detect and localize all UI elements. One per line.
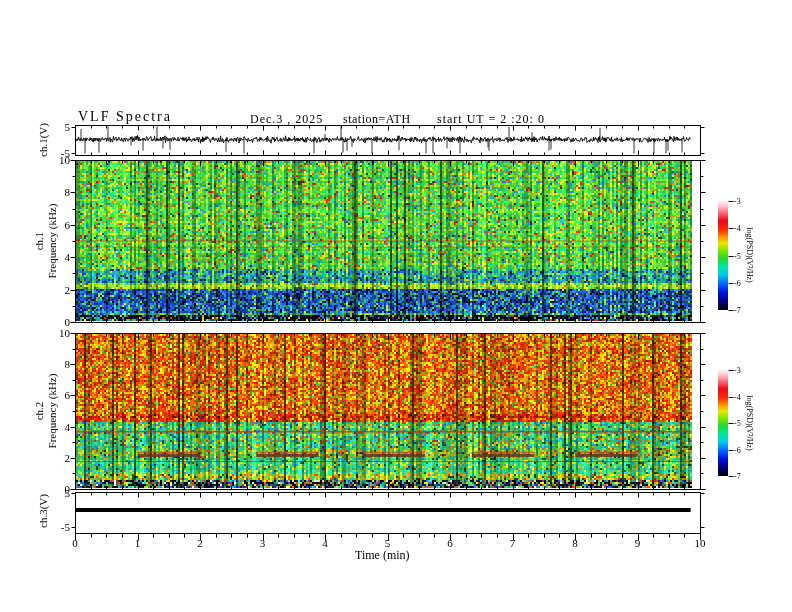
x-tick-label: 4	[322, 537, 328, 549]
ch2-freq-tick-label: 10	[36, 327, 70, 339]
ch1-freq-tick-label: 8	[36, 186, 70, 198]
colorbar2-psd-label: log(PSD)(V²/Hz)	[745, 395, 754, 450]
colorbar1-tick-label: -5	[734, 251, 741, 260]
ch1-freq-tick-label: 2	[36, 284, 70, 296]
x-tick-label: 9	[635, 537, 641, 549]
x-tick-label: 8	[572, 537, 578, 549]
ch2-frequency-axis-label: ch.2 Frequency (kHz)	[33, 374, 59, 449]
x-tick-label: 10	[695, 537, 706, 549]
ch1-label-line1: ch.1	[33, 204, 46, 279]
colorbar1-tick-label: -6	[734, 278, 741, 287]
ch1-volt-tick-label: -5	[36, 147, 70, 159]
colorbar1-psd-label: log(PSD)(V²/Hz)	[745, 227, 754, 282]
ch2-freq-tick-label: 8	[36, 358, 70, 370]
x-tick-label: 1	[135, 537, 141, 549]
ch1-freq-tick-label: 0	[36, 316, 70, 328]
ch2-freq-tick-label: 4	[36, 421, 70, 433]
ch1-freq-tick-label: 6	[36, 219, 70, 231]
ch2-freq-tick-label: 6	[36, 389, 70, 401]
ch1-frequency-axis-label: ch.1 Frequency (kHz)	[33, 204, 59, 279]
ch1-label-line2: Frequency (kHz)	[46, 204, 59, 279]
time-axis-label: Time (min)	[355, 548, 410, 563]
plot-canvas	[0, 0, 792, 612]
ch2-label-line2: Frequency (kHz)	[46, 374, 59, 449]
colorbar2-tick-label: -5	[734, 419, 741, 428]
colorbar2-tick-label: -6	[734, 445, 741, 454]
x-tick-label: 6	[447, 537, 453, 549]
x-tick-label: 7	[510, 537, 516, 549]
ch1-freq-tick-label: 4	[36, 251, 70, 263]
colorbar1-tick-label: -7	[734, 306, 741, 315]
station-label: station=ATH	[343, 112, 411, 127]
x-tick-label: 3	[260, 537, 266, 549]
vlf-spectra-window: VLF Spectra Dec.3 , 2025 station=ATH sta…	[0, 0, 792, 612]
x-tick-label: 0	[72, 537, 78, 549]
ch3-volt-tick-label: 5	[36, 487, 70, 499]
colorbar2-tick-label: -4	[734, 392, 741, 401]
colorbar1-tick-label: -3	[734, 197, 741, 206]
colorbar1-tick-label: -4	[734, 224, 741, 233]
colorbar2-tick-label: -3	[734, 366, 741, 375]
ch2-freq-tick-label: 2	[36, 452, 70, 464]
ch3-volt-tick-label: -5	[36, 521, 70, 533]
date-label: Dec.3 , 2025	[250, 112, 323, 127]
ch1-volt-tick-label: 5	[36, 121, 70, 133]
colorbar2-tick-label: -7	[734, 472, 741, 481]
x-tick-label: 5	[385, 537, 391, 549]
x-tick-label: 2	[197, 537, 203, 549]
start-ut-label: start UT = 2 :20: 0	[437, 112, 545, 127]
page-title: VLF Spectra	[78, 109, 172, 125]
ch2-label-line1: ch.2	[33, 374, 46, 449]
